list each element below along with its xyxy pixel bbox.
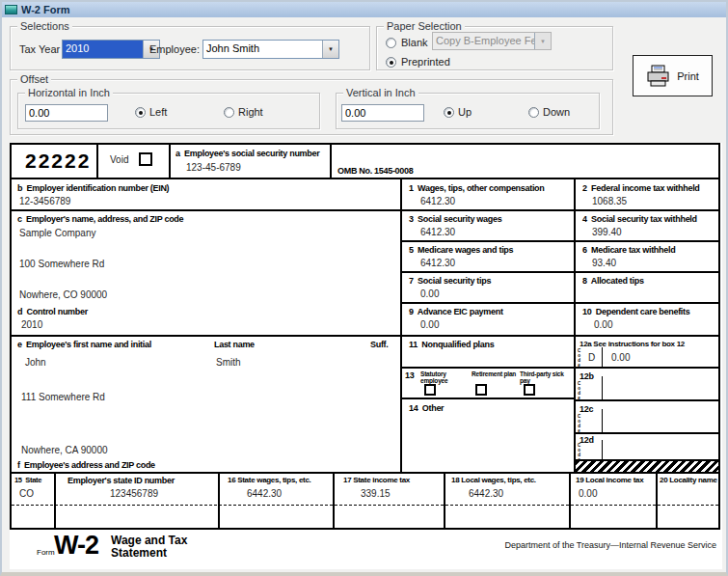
divider-line [602,347,603,367]
print-button-label: Print [677,70,699,82]
divider-line [169,145,171,178]
last-name-label: Last name [214,340,255,349]
up-radio-label: Up [458,106,472,118]
divider-line [444,472,445,528]
tax-year-dropdown[interactable]: 2010 ▼ [62,40,160,59]
box16-label: 16 State wages, tips, etc. [228,476,310,484]
w2-preview: 22222 Void a Employee's social security … [10,143,722,569]
divider-line [602,440,603,459]
divider-line [12,209,718,211]
box-e-label: e Employee's first name and initial [17,340,151,349]
last-name-value: Smith [216,357,241,368]
box-c-label: c Employer's name, address, and ZIP code [17,214,183,224]
state-id-label: Employer's state ID number [67,476,175,485]
ssn-value: 123-45-6789 [186,162,241,173]
box1-label: 1 Wages, tips, other compensation [409,183,545,193]
employer-name: Sample Company [19,228,95,238]
box-f-label: f Employee's address and ZIP code [17,460,155,470]
hatched-area [576,461,718,472]
box3-value: 6412.30 [420,227,455,237]
box9-value: 0.00 [420,319,439,330]
box12d-label: 12d [580,435,594,445]
divider-line [656,472,658,528]
box2-value: 1068.35 [592,196,627,206]
employee-city: Nowhere, CA 90000 [21,445,108,455]
divider-line [333,472,335,528]
omb-number: OMB No. 1545-0008 [337,166,413,176]
box13-thirdparty-label: Third-party sick pay [520,370,568,384]
box12a-value: 0.00 [611,352,630,363]
preprinted-radio[interactable] [386,57,396,68]
box12b-label: 12b [580,371,594,381]
control-number: 2010 [21,319,42,330]
divider-line [574,399,718,401]
divider-line [400,398,576,399]
box6-label: 6 Medicare tax withheld [582,245,675,255]
divider-line [574,432,718,434]
divider-line [54,474,56,528]
box8-label: 8 Allocated tips [582,276,644,286]
divider-line [12,178,718,179]
box17-value: 339.15 [361,488,391,499]
thirdparty-checkbox [524,384,535,396]
tax-year-label: Tax Year [19,43,60,55]
retirement-checkbox [475,384,487,396]
box18-value: 6442.30 [469,488,503,499]
left-radio-label: Left [149,106,167,118]
box19-label: 19 Local income tax [576,476,643,484]
divider-line [12,472,718,474]
print-button[interactable]: Print [633,55,713,96]
box12b-code-vertical-label: Code [577,381,581,400]
box12a-label: 12a See instructions for box 12 [580,340,685,348]
down-radio[interactable] [528,107,539,118]
blank-radio-label: Blank [401,37,428,48]
divider-line [400,178,402,472]
box12c-code-vertical-label: Code [577,414,581,433]
box2-label: 2 Federal income tax withheld [582,183,700,193]
chevron-down-icon[interactable]: ▼ [322,41,338,58]
box7-value: 0.00 [420,288,439,299]
offset-group-label: Offset [17,73,51,85]
employee-dropdown[interactable]: John Smith ▼ [202,40,339,59]
copy-type-dropdown: Copy B-Employee Federal ▼ [432,32,552,50]
ein-value: 12-3456789 [19,196,70,206]
selections-group-label: Selections [17,20,72,32]
state-value: CO [19,488,34,499]
copy-type-value: Copy B-Employee Federal [433,33,534,49]
dashed-divider [12,505,718,506]
box4-label: 4 Social security tax withheld [582,214,697,224]
up-radio[interactable] [444,107,454,118]
w2-form-window: W-2 Form Selections Tax Year 2010 ▼ Empl… [0,0,728,576]
divider-line [602,376,603,399]
divider-line [602,409,603,432]
blank-radio[interactable] [386,38,396,48]
horizontal-offset-input[interactable] [25,104,108,122]
divider-line [574,178,576,472]
employer-street: 100 Somewhere Rd [19,259,104,269]
title-bar[interactable]: W-2 Form [2,2,726,17]
w2-form-grid: 22222 Void a Employee's social security … [10,143,720,530]
footer-form-title: Wage and Tax Statement [111,535,187,560]
left-radio[interactable] [135,107,146,118]
box16-value: 6442.30 [247,488,282,499]
right-radio[interactable] [224,107,234,118]
vertical-offset-input[interactable] [341,104,424,122]
divider-line [400,302,718,304]
footer-department: Department of the Treasury—Internal Reve… [437,540,716,550]
box7-label: 7 Social security tips [409,276,491,286]
employee-value: John Smith [203,41,322,58]
void-label: Void [110,154,128,165]
chevron-down-icon: ▼ [534,33,551,49]
box-a-label: a Employee's social security number [175,149,319,158]
box9-label: 9 Advance EIC payment [409,307,503,316]
employee-street: 111 Somewhere Rd [21,392,105,402]
box5-value: 6412.30 [420,258,455,268]
window-title: W-2 Form [21,4,70,15]
horizontal-offset-label: Horizontal in Inch [25,87,113,98]
form-code-22222: 22222 [25,150,91,173]
divider-line [12,335,718,337]
employer-city: Nowhere, CO 90000 [19,289,107,300]
divider-line [96,145,98,178]
printer-icon [646,65,671,88]
box-d-label: d Control number [17,307,88,316]
